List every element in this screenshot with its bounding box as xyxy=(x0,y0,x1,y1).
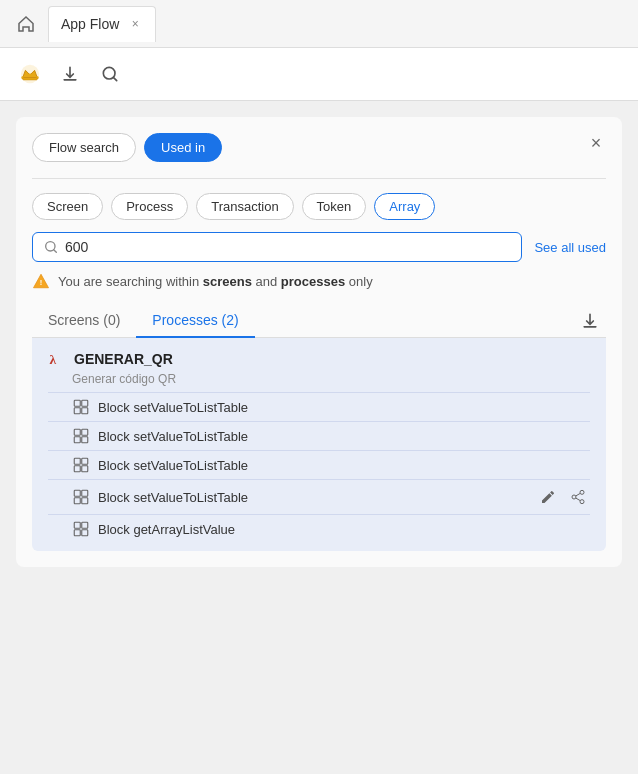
svg-rect-13 xyxy=(74,408,80,414)
svg-rect-16 xyxy=(82,429,88,435)
edit-button[interactable] xyxy=(536,485,560,509)
filter-transaction[interactable]: Transaction xyxy=(196,193,293,220)
list-item: Block setValueToListTable xyxy=(48,479,590,514)
svg-rect-23 xyxy=(74,490,80,496)
svg-rect-4 xyxy=(23,78,38,80)
filter-token[interactable]: Token xyxy=(302,193,367,220)
svg-point-28 xyxy=(572,495,576,499)
processes-tab[interactable]: Processes (2) xyxy=(136,304,254,338)
block-icon xyxy=(72,427,90,445)
home-button[interactable] xyxy=(8,6,44,42)
svg-rect-25 xyxy=(74,498,80,504)
warning-row: ! You are searching within screens and p… xyxy=(32,272,606,290)
process-subtitle: Generar código QR xyxy=(72,372,590,386)
tab-close-button[interactable]: × xyxy=(127,16,143,32)
panel-close-button[interactable]: × xyxy=(584,131,608,155)
svg-text:!: ! xyxy=(40,278,43,287)
block-label: Block setValueToListTable xyxy=(98,429,248,444)
block-icon xyxy=(72,398,90,416)
block-icon xyxy=(72,488,90,506)
svg-rect-33 xyxy=(82,530,88,536)
used-in-tab[interactable]: Used in xyxy=(144,133,222,162)
title-bar: App Flow × xyxy=(0,0,638,48)
svg-rect-19 xyxy=(74,458,80,464)
svg-rect-21 xyxy=(74,466,80,472)
lambda-icon: λ xyxy=(48,350,66,368)
svg-rect-22 xyxy=(82,466,88,472)
svg-rect-18 xyxy=(82,437,88,443)
share-button[interactable] xyxy=(566,485,590,509)
search-input[interactable] xyxy=(65,239,511,255)
svg-rect-32 xyxy=(74,530,80,536)
flow-search-tab[interactable]: Flow search xyxy=(32,133,136,162)
block-label: Block getArrayListValue xyxy=(98,522,235,537)
svg-text:λ: λ xyxy=(50,352,57,367)
list-item: Block setValueToListTable xyxy=(48,392,590,421)
tab-label: App Flow xyxy=(61,16,119,32)
block-label: Block setValueToListTable xyxy=(98,400,248,415)
app-flow-tab[interactable]: App Flow × xyxy=(48,6,156,42)
svg-rect-15 xyxy=(74,429,80,435)
filter-process[interactable]: Process xyxy=(111,193,188,220)
flow-tab-row: Flow search Used in × xyxy=(32,133,606,162)
svg-point-2 xyxy=(29,74,32,77)
process-name: GENERAR_QR xyxy=(74,351,173,367)
search-input-wrap xyxy=(32,232,522,262)
process-header: λ GENERAR_QR xyxy=(48,350,590,368)
svg-rect-24 xyxy=(82,490,88,496)
block-label: Block setValueToListTable xyxy=(98,490,248,505)
list-item: Block setValueToListTable xyxy=(48,421,590,450)
warning-text: You are searching within screens and pro… xyxy=(58,274,373,289)
svg-rect-26 xyxy=(82,498,88,504)
svg-point-29 xyxy=(580,500,584,504)
divider xyxy=(32,178,606,179)
results-download-button[interactable] xyxy=(574,305,606,337)
svg-rect-17 xyxy=(74,437,80,443)
block-icon xyxy=(72,520,90,538)
svg-point-27 xyxy=(580,490,584,494)
list-item: Block setValueToListTable xyxy=(48,450,590,479)
block-label: Block setValueToListTable xyxy=(98,458,248,473)
results-area: λ GENERAR_QR Generar código QR Block set… xyxy=(32,338,606,551)
svg-rect-11 xyxy=(74,400,80,406)
list-item: Block getArrayListValue xyxy=(48,514,590,543)
toolbar-crown-button[interactable] xyxy=(12,56,48,92)
filter-array[interactable]: Array xyxy=(374,193,435,220)
screens-tab[interactable]: Screens (0) xyxy=(32,304,136,338)
see-all-link[interactable]: See all used xyxy=(534,240,606,255)
result-tabs: Screens (0) Processes (2) xyxy=(32,304,606,338)
process-group: λ GENERAR_QR Generar código QR Block set… xyxy=(32,338,606,551)
toolbar-download-button[interactable] xyxy=(52,56,88,92)
warning-icon: ! xyxy=(32,272,50,290)
svg-rect-14 xyxy=(82,408,88,414)
svg-rect-9 xyxy=(583,326,596,328)
block-actions xyxy=(536,485,590,509)
block-icon xyxy=(72,456,90,474)
toolbar xyxy=(0,48,638,101)
main-content: Flow search Used in × Screen Process Tra… xyxy=(0,101,638,773)
svg-rect-12 xyxy=(82,400,88,406)
search-icon xyxy=(43,239,59,255)
toolbar-search-button[interactable] xyxy=(92,56,128,92)
search-row: See all used xyxy=(32,232,606,262)
svg-rect-5 xyxy=(63,79,76,81)
filter-screen[interactable]: Screen xyxy=(32,193,103,220)
filter-row: Screen Process Transaction Token Array xyxy=(32,193,606,220)
search-panel: Flow search Used in × Screen Process Tra… xyxy=(16,117,622,567)
svg-rect-30 xyxy=(74,522,80,528)
svg-rect-20 xyxy=(82,458,88,464)
svg-rect-31 xyxy=(82,522,88,528)
